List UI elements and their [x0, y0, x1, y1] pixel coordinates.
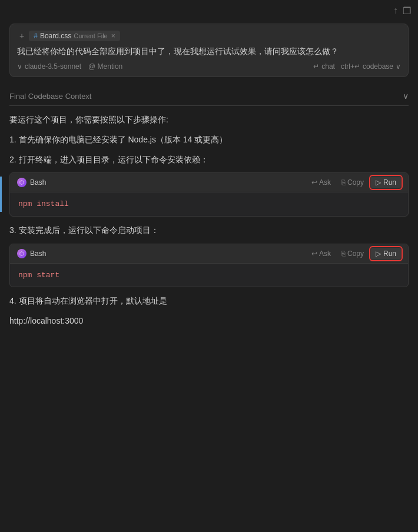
- lang-label-2: Bash: [30, 250, 46, 258]
- copy-icon-2: ⎘: [341, 250, 346, 258]
- copy-window-icon[interactable]: ❐: [403, 5, 411, 16]
- content-area: Final Codebase Context ∨ 要运行这个项目，你需要按照以下…: [0, 82, 418, 532]
- code-block-2-header: ⬡ Bash ↩ Ask ⎘ Copy ▷ Run: [10, 244, 408, 264]
- tab-current-label: Current File: [74, 32, 107, 39]
- ctrl-hint: ctrl+↵: [341, 62, 360, 71]
- add-tab-button[interactable]: +: [17, 30, 26, 42]
- copy-icon-1: ⎘: [341, 178, 346, 187]
- model-name: claude-3.5-sonnet: [25, 62, 81, 71]
- code-content-1: npm install: [10, 192, 408, 216]
- copy-label-2: Copy: [347, 250, 364, 258]
- response-intro: 要运行这个项目，你需要按照以下步骤操作:: [9, 113, 409, 127]
- input-tabs: + # Board.css Current File ×: [17, 30, 401, 42]
- code-block-1-header: ⬡ Bash ↩ Ask ⎘ Copy ▷ Run: [10, 173, 408, 192]
- copy-button-1[interactable]: ⎘ Copy: [338, 177, 367, 188]
- run-icon-1: ▷: [376, 178, 381, 187]
- run-icon-2: ▷: [376, 250, 381, 258]
- step-4-url: http://localhost:3000: [9, 314, 409, 328]
- step-1-text: 1. 首先确保你的电脑已经安装了 Node.js（版本 14 或更高）: [9, 133, 409, 147]
- ask-icon-2: ↩: [311, 250, 317, 258]
- code-content-2: npm start: [10, 264, 408, 287]
- chat-label: chat: [321, 62, 335, 71]
- bash-icon-2: ⬡: [17, 249, 26, 258]
- tab-close-button[interactable]: ×: [111, 32, 115, 40]
- ask-icon-1: ↩: [311, 178, 317, 187]
- top-bar: ↑ ❐: [0, 0, 418, 21]
- model-selector[interactable]: ∨ claude-3.5-sonnet: [17, 62, 81, 71]
- toolbar-right: ↵ chat ctrl+↵ codebase ∨: [313, 62, 401, 71]
- step-2-text: 2. 打开终端，进入项目目录，运行以下命令安装依赖：: [9, 153, 409, 167]
- step-4-text: 4. 项目将自动在浏览器中打开，默认地址是: [9, 294, 409, 308]
- ask-button-1[interactable]: ↩ Ask: [308, 177, 334, 188]
- input-toolbar: ∨ claude-3.5-sonnet @ Mention ↵ chat ctr…: [17, 62, 401, 71]
- run-label-1: Run: [383, 178, 396, 187]
- codebase-label: codebase: [363, 62, 393, 71]
- enter-icon: ↵: [313, 62, 319, 71]
- code-block-2-actions: ↩ Ask ⎘ Copy ▷ Run: [308, 248, 401, 260]
- input-area: + # Board.css Current File × 我已经将你给的代码全部…: [9, 24, 409, 77]
- run-label-2: Run: [383, 250, 396, 258]
- chat-button[interactable]: ↵ chat: [313, 62, 335, 71]
- chevron-model-icon: ∨: [17, 62, 22, 71]
- code-block-2: ⬡ Bash ↩ Ask ⎘ Copy ▷ Run: [9, 244, 409, 288]
- section-chevron-icon[interactable]: ∨: [403, 91, 409, 101]
- main-container: ↑ ❐ + # Board.css Current File × 我已经将你给的…: [0, 0, 418, 532]
- code-text-1: npm install: [18, 200, 69, 208]
- copy-label-1: Copy: [347, 178, 364, 187]
- input-message[interactable]: 我已经将你给的代码全部应用到项目中了，现在我想运行试试效果，请问我应该怎么做？: [17, 45, 401, 58]
- copy-button-2[interactable]: ⎘ Copy: [338, 248, 367, 259]
- section-title: Final Codebase Context: [9, 92, 91, 101]
- code-block-1-actions: ↩ Ask ⎘ Copy ▷ Run: [308, 177, 401, 188]
- code-lang-bash-2: ⬡ Bash: [17, 249, 46, 258]
- ask-label-2: Ask: [319, 250, 331, 258]
- file-tab[interactable]: # Board.css Current File ×: [29, 31, 120, 41]
- code-text-2: npm start: [18, 271, 59, 280]
- bash-icon-1: ⬡: [17, 178, 26, 187]
- section-header: Final Codebase Context ∨: [9, 87, 409, 106]
- tab-filename: Board.css: [40, 32, 71, 40]
- upload-icon[interactable]: ↑: [393, 5, 398, 16]
- tab-hash-icon: #: [34, 32, 38, 40]
- left-accent-bar: [0, 177, 2, 212]
- step-3-text: 3. 安装完成后，运行以下命令启动项目：: [9, 224, 409, 238]
- toolbar-left: ∨ claude-3.5-sonnet @ Mention: [17, 62, 122, 71]
- lang-label-1: Bash: [30, 178, 46, 187]
- ask-label-1: Ask: [319, 178, 331, 187]
- codebase-button[interactable]: ctrl+↵ codebase ∨: [341, 62, 401, 71]
- codebase-chevron-icon: ∨: [396, 62, 401, 71]
- code-block-1: ⬡ Bash ↩ Ask ⎘ Copy ▷ Run: [9, 172, 409, 217]
- code-lang-bash-1: ⬡ Bash: [17, 178, 46, 187]
- mention-button[interactable]: @ Mention: [88, 62, 122, 71]
- ask-button-2[interactable]: ↩ Ask: [308, 248, 334, 259]
- run-button-1[interactable]: ▷ Run: [371, 177, 401, 188]
- run-button-2[interactable]: ▷ Run: [371, 248, 401, 260]
